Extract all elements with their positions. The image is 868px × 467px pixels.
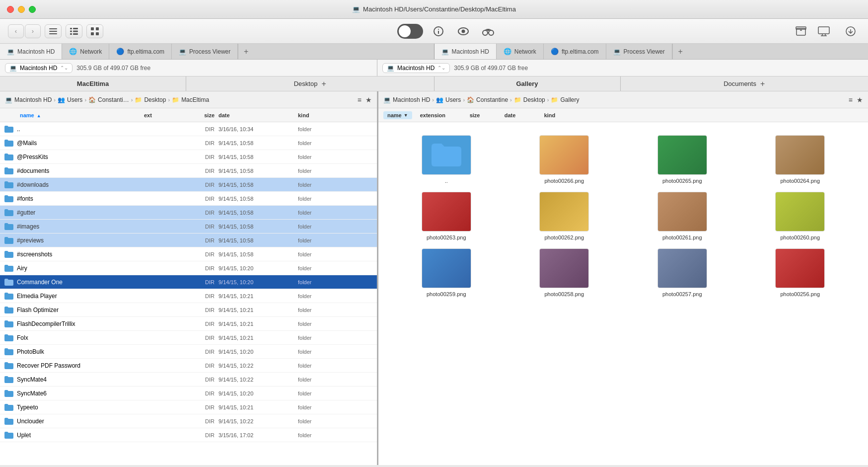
- minimize-button[interactable]: [18, 6, 25, 13]
- list-view-button[interactable]: [66, 24, 82, 38]
- file-row[interactable]: #previews DIR 9/14/15, 10:58 folder: [0, 234, 377, 247]
- right-breadcrumb-constantine[interactable]: 🏠 Constantine: [467, 96, 508, 103]
- file-row[interactable]: Unclouder DIR 9/14/15, 10:22 folder: [0, 414, 377, 428]
- right-breadcrumb-desktop[interactable]: 📁 Desktop: [514, 96, 545, 103]
- right-tab-network[interactable]: 🌐 Network: [497, 44, 544, 59]
- file-row[interactable]: #documents DIR 9/14/15, 10:58 folder: [0, 164, 377, 178]
- forward-button[interactable]: ›: [25, 24, 41, 38]
- maximize-button[interactable]: [29, 6, 36, 13]
- file-row[interactable]: @Mails DIR 9/14/15, 10:58 folder: [0, 136, 377, 150]
- right-home-icon: 🏠: [467, 96, 474, 103]
- right-col-extension[interactable]: extension: [420, 112, 470, 118]
- file-row[interactable]: Airy DIR 9/14/15, 10:20 folder: [0, 261, 377, 275]
- file-row[interactable]: Typeeto DIR 9/14/15, 10:21 folder: [0, 400, 377, 414]
- right-col-size[interactable]: size: [470, 112, 505, 118]
- file-row[interactable]: #downloads DIR 9/14/15, 10:58 folder: [0, 178, 377, 192]
- right-col-kind[interactable]: kind: [544, 112, 584, 118]
- left-tab-process-viewer[interactable]: 💻 Process Viewer: [172, 44, 238, 59]
- left-tab-ftp[interactable]: 🔵 ftp.eltima.com: [109, 44, 172, 59]
- file-row[interactable]: SyncMate6 DIR 9/14/15, 10:20 folder: [0, 387, 377, 400]
- col-ext-header[interactable]: ext: [144, 112, 179, 118]
- file-row[interactable]: Flash Optimizer DIR 9/14/15, 10:21 folde…: [0, 303, 377, 317]
- file-row[interactable]: .. DIR 3/16/16, 10:34 folder: [0, 122, 377, 136]
- right-breadcrumb-actions: ≡ ★: [849, 96, 863, 104]
- file-row[interactable]: Elmedia Player DIR 9/14/15, 10:21 folder: [0, 289, 377, 303]
- right-breadcrumb-gallery[interactable]: 📁 Gallery: [551, 96, 579, 103]
- bookmark-button[interactable]: ★: [365, 96, 372, 104]
- right-tab-process-viewer[interactable]: 💻 Process Viewer: [606, 44, 672, 59]
- gallery-item[interactable]: photo00266.png: [509, 135, 620, 184]
- file-row[interactable]: #images DIR 9/14/15, 10:58 folder: [0, 220, 377, 234]
- right-bookmark-button[interactable]: ★: [857, 96, 863, 104]
- gallery-item[interactable]: photo00263.png: [391, 192, 502, 240]
- file-row[interactable]: @PressKits DIR 9/14/15, 10:58 folder: [0, 150, 377, 164]
- file-row[interactable]: #screenshots DIR 9/14/15, 10:58 folder: [0, 247, 377, 261]
- right-col-date[interactable]: date: [505, 112, 544, 118]
- col-kind-header[interactable]: kind: [298, 112, 348, 118]
- breadcrumb-desktop[interactable]: 📁 Desktop: [135, 96, 166, 103]
- col-name-header[interactable]: name ▲: [0, 112, 144, 118]
- gallery-item[interactable]: photo00264.png: [745, 135, 856, 184]
- file-name-cell: FlashDecompilerTrillix: [0, 320, 144, 328]
- left-tab-network[interactable]: 🌐 Network: [62, 44, 109, 59]
- grid-view-button[interactable]: [86, 24, 103, 38]
- nav-buttons: ‹ ›: [8, 24, 41, 38]
- right-drive-selector[interactable]: 💻 Macintosh HD ⌃⌄: [382, 63, 450, 73]
- left-add-panel[interactable]: +: [321, 79, 326, 88]
- menu-button[interactable]: [45, 24, 62, 38]
- right-view-options-button[interactable]: ≡: [849, 96, 853, 104]
- eye-button[interactable]: [454, 22, 473, 41]
- breadcrumb-macintosh-hd[interactable]: 💻 Macintosh HD: [5, 96, 52, 103]
- gallery-item[interactable]: photo00261.png: [627, 192, 737, 240]
- file-row[interactable]: FlashDecompilerTrillix DIR 9/14/15, 10:2…: [0, 317, 377, 331]
- info-button[interactable]: [429, 22, 448, 41]
- breadcrumb-constantine[interactable]: 🏠 Constanti…: [88, 96, 129, 103]
- gallery-item[interactable]: photo00256.png: [745, 248, 856, 297]
- macintosh-hd-icon: 💻: [7, 48, 14, 55]
- gallery-item[interactable]: photo00265.png: [627, 135, 737, 184]
- right-add-panel[interactable]: +: [760, 79, 765, 88]
- gallery-item[interactable]: ..: [391, 135, 502, 184]
- download-button[interactable]: [841, 23, 860, 40]
- right-breadcrumb-hd[interactable]: 💻 Macintosh HD: [383, 96, 430, 103]
- left-drive-selector[interactable]: 💻 Macintosh HD ⌃⌄: [5, 63, 72, 73]
- col-date-header[interactable]: date: [218, 112, 298, 118]
- file-row[interactable]: #fonts DIR 9/14/15, 10:58 folder: [0, 192, 377, 206]
- back-button[interactable]: ‹: [8, 24, 24, 38]
- right-col-name[interactable]: name ▼: [383, 111, 412, 119]
- left-tab-macintosh-hd[interactable]: 💻 Macintosh HD: [0, 44, 62, 59]
- file-date: 9/14/15, 10:20: [218, 390, 298, 396]
- breadcrumb-users[interactable]: 👥 Users: [58, 96, 82, 103]
- binoculars-button[interactable]: [479, 22, 498, 41]
- gallery-item[interactable]: photo00262.png: [509, 192, 620, 240]
- file-row[interactable]: PhotoBulk DIR 9/14/15, 10:20 folder: [0, 345, 377, 359]
- file-name-cell: #fonts: [0, 195, 144, 203]
- right-tab-macintosh-hd[interactable]: 💻 Macintosh HD: [434, 44, 497, 59]
- file-row[interactable]: Uplet DIR 3/15/16, 17:02 folder: [0, 428, 377, 442]
- file-row[interactable]: Recover PDF Password DIR 9/14/15, 10:22 …: [0, 359, 377, 373]
- file-row[interactable]: Folx DIR 9/14/15, 10:21 folder: [0, 331, 377, 345]
- close-button[interactable]: [7, 6, 14, 13]
- right-add-tab[interactable]: +: [672, 44, 688, 59]
- file-kind: folder: [298, 251, 348, 257]
- file-row[interactable]: Commander One DIR 9/14/15, 10:20 folder: [0, 275, 377, 289]
- view-options-button[interactable]: ≡: [358, 96, 362, 104]
- gallery-item[interactable]: photo00259.png: [391, 248, 502, 297]
- gallery-item[interactable]: photo00257.png: [627, 248, 737, 297]
- right-tab-ftp[interactable]: 🔵 ftp.eltima.com: [544, 44, 606, 59]
- left-add-tab[interactable]: +: [238, 44, 254, 59]
- file-name: Recover PDF Password: [17, 362, 80, 369]
- file-row[interactable]: #gutter DIR 9/14/15, 10:58 folder: [0, 206, 377, 220]
- gallery-item[interactable]: photo00260.png: [745, 192, 856, 240]
- svg-point-18: [483, 30, 488, 35]
- right-breadcrumb-users[interactable]: 👥 Users: [436, 96, 461, 103]
- archive-button[interactable]: [792, 23, 810, 40]
- monitor-button[interactable]: [814, 23, 833, 40]
- breadcrumb-maceltima[interactable]: 📁 MacEltima: [172, 96, 209, 103]
- toggle-button[interactable]: [397, 24, 423, 39]
- gallery-item[interactable]: photo00258.png: [509, 248, 620, 297]
- col-size-header[interactable]: size: [179, 112, 218, 118]
- file-kind: folder: [298, 307, 348, 313]
- drive-row: 💻 Macintosh HD ⌃⌄ 305.9 GB of 499.07 GB …: [0, 60, 868, 77]
- file-row[interactable]: SyncMate4 DIR 9/14/15, 10:22 folder: [0, 373, 377, 387]
